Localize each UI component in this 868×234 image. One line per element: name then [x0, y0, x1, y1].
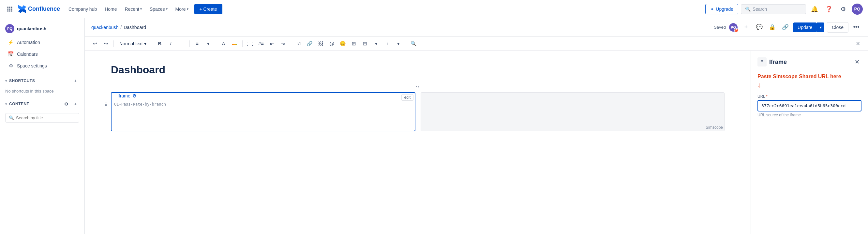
update-dropdown-button[interactable]: ▾	[817, 23, 824, 32]
add-shortcut-button[interactable]: +	[71, 77, 79, 85]
add-content-button[interactable]: +	[71, 100, 79, 108]
upgrade-button[interactable]: ✦ Upgrade	[705, 4, 738, 14]
breadcrumb-separator: /	[120, 25, 122, 30]
bullet-list-button[interactable]: ⋮⋮	[245, 39, 255, 48]
url-label: URL *	[757, 94, 862, 99]
update-button[interactable]: Update	[793, 23, 817, 32]
indent-right-button[interactable]: ⇥	[278, 39, 288, 48]
content-section: ▾ CONTENT ⚙ +	[0, 97, 85, 110]
settings-icon: ⚙	[8, 63, 14, 69]
svg-rect-1	[9, 6, 10, 7]
emoji-button[interactable]: 😊	[338, 39, 348, 48]
settings-button[interactable]: ⚙	[837, 3, 849, 15]
grid-icon[interactable]	[5, 5, 14, 14]
panel-title: Iframe	[769, 59, 787, 66]
nav-more[interactable]: More▾	[172, 5, 192, 14]
add-collaborator-button[interactable]: +	[741, 22, 751, 33]
iframe-title[interactable]: Iframe	[117, 93, 130, 98]
notifications-button[interactable]: 🔔	[809, 3, 820, 15]
nav-spaces[interactable]: Spaces▾	[146, 5, 171, 14]
bold-button[interactable]: B	[155, 39, 165, 48]
panel-instruction: Paste Simscope Shared URL here ↓	[757, 73, 862, 90]
editor-toolbar: ↩ ↪ Normal text ▾ B I ··· ≡ ▾ A ▬ ⋮⋮ #≡ …	[85, 36, 868, 51]
toolbar-divider	[291, 40, 291, 47]
svg-rect-0	[7, 6, 8, 7]
insert-button[interactable]: +	[382, 39, 392, 48]
toolbar-divider	[152, 40, 152, 47]
panel-header: * Iframe ✕	[757, 57, 862, 66]
page-header: quackenbush / Dashboard Saved PO P + 💬 🔒…	[85, 18, 868, 36]
editor-body[interactable]: Dashboard ↔ ⠿ Iframe ⚙ edit 01-Pass-Rate…	[85, 51, 751, 234]
nav-recent[interactable]: Recent▾	[122, 5, 145, 14]
chevron-down-icon: ▾	[166, 7, 167, 11]
panel-close-button[interactable]: ✕	[852, 57, 862, 66]
align-dropdown[interactable]: ▾	[204, 39, 213, 48]
url-input[interactable]	[757, 100, 862, 111]
shortcuts-chevron[interactable]: ▾	[5, 79, 7, 83]
indent-left-button[interactable]: ⇤	[268, 39, 277, 48]
search-icon: 🔍	[9, 115, 14, 120]
nav-home[interactable]: Home	[101, 5, 120, 14]
sidebar-item-calendars[interactable]: 📅 Calendars	[3, 48, 82, 60]
sidebar-item-space-settings[interactable]: ⚙ Space settings	[3, 60, 82, 71]
search-replace-button[interactable]: 🔍	[409, 39, 419, 48]
editor-area: Dashboard ↔ ⠿ Iframe ⚙ edit 01-Pass-Rate…	[85, 51, 868, 234]
create-button[interactable]: + Create	[194, 4, 222, 14]
filter-content-button[interactable]: ⚙	[62, 100, 70, 108]
action-item-button[interactable]: ☑	[294, 39, 304, 48]
more-formatting-button[interactable]: ···	[177, 39, 187, 48]
drag-handle[interactable]: ⠿	[104, 102, 107, 107]
toolbar-divider	[242, 40, 243, 47]
columns-button[interactable]: ⊞	[349, 39, 359, 48]
chevron-down-icon: ▾	[144, 41, 146, 46]
text-type-dropdown[interactable]: Normal text ▾	[116, 39, 149, 48]
text-color-button[interactable]: A	[219, 39, 228, 48]
more-options-button[interactable]: •••	[851, 22, 862, 33]
calendar-icon: 📅	[8, 51, 14, 57]
toolbar-divider	[406, 40, 406, 47]
content-search[interactable]: 🔍	[5, 113, 79, 123]
content-chevron[interactable]: ▾	[5, 102, 7, 106]
iframe-edit-button[interactable]: edit	[401, 94, 413, 101]
undo-button[interactable]: ↩	[90, 39, 100, 48]
nav-company-hub[interactable]: Company hub	[65, 5, 100, 14]
expand-arrows[interactable]: ↔	[111, 84, 724, 90]
search-bar[interactable]: 🔍 Search	[741, 4, 806, 14]
redo-button[interactable]: ↪	[101, 39, 111, 48]
confluence-logo[interactable]: Confluence	[18, 5, 60, 13]
breadcrumb-page: Dashboard	[124, 25, 146, 30]
url-hint: URL source of the iframe	[757, 113, 862, 117]
comment-button[interactable]: 💬	[754, 22, 764, 33]
svg-rect-3	[7, 8, 8, 9]
collaborator-avatar: PO P	[728, 23, 738, 32]
toolbar-divider	[216, 40, 216, 47]
search-by-title-input[interactable]	[16, 115, 76, 120]
close-button[interactable]: Close	[827, 22, 848, 33]
iframe-content-preview: 01-Pass-Rate-by-branch	[112, 99, 415, 109]
close-toolbar-button[interactable]: ✕	[853, 39, 863, 48]
iframe-card-primary: Iframe ⚙ edit 01-Pass-Rate-by-branch	[111, 92, 415, 131]
sidebar-item-automation[interactable]: ⚡ Automation	[3, 37, 82, 48]
content-title: CONTENT	[9, 102, 29, 106]
top-navigation: Confluence Company hub Home Recent▾ Spac…	[0, 0, 868, 18]
text-highlight-button[interactable]: ▬	[230, 39, 240, 48]
user-avatar[interactable]: PQ	[852, 4, 863, 15]
sidebar-user[interactable]: PQ quackenbush	[0, 21, 85, 36]
svg-rect-8	[11, 10, 12, 11]
table-dropdown[interactable]: ▾	[371, 39, 381, 48]
italic-button[interactable]: I	[166, 39, 176, 48]
help-button[interactable]: ❓	[823, 3, 835, 15]
breadcrumb-space[interactable]: quackenbush	[91, 25, 118, 30]
restricted-button[interactable]: 🔒	[767, 22, 777, 33]
upgrade-star-icon: ✦	[710, 6, 714, 12]
insert-dropdown[interactable]: ▾	[394, 39, 403, 48]
align-button[interactable]: ≡	[192, 39, 202, 48]
mention-button[interactable]: @	[327, 39, 337, 48]
image-button[interactable]: 🖼	[316, 39, 326, 48]
numbered-list-button[interactable]: #≡	[256, 39, 266, 48]
search-icon: 🔍	[745, 6, 751, 12]
iframe-settings-icon[interactable]: ⚙	[132, 93, 136, 98]
link-button[interactable]: 🔗	[305, 39, 315, 48]
link-button[interactable]: 🔗	[780, 22, 790, 33]
table-button[interactable]: ⊟	[360, 39, 370, 48]
